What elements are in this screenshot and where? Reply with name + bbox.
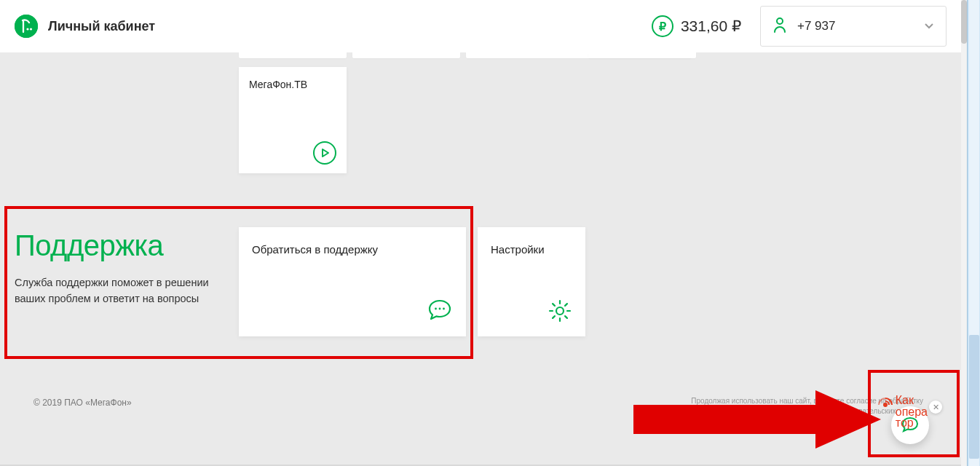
gear-icon bbox=[548, 299, 572, 326]
chat-bubble-icon bbox=[427, 297, 453, 326]
chat-widget-button[interactable] bbox=[891, 406, 929, 444]
card-contact-support[interactable]: Обратиться в поддержку bbox=[239, 227, 466, 336]
svg-point-5 bbox=[439, 308, 441, 310]
card-title: Настройки bbox=[491, 243, 572, 256]
card-stub bbox=[352, 52, 460, 58]
card-stub bbox=[239, 52, 347, 58]
card-megafon-tv[interactable]: МегаФон.ТВ bbox=[239, 67, 347, 173]
card-stub bbox=[588, 52, 696, 58]
balance-display[interactable]: ₽ 331,60 ₽ bbox=[652, 15, 741, 37]
chat-widget-close[interactable]: ✕ bbox=[929, 400, 942, 414]
page: Личный кабинет ₽ 331,60 ₽ +7 937 bbox=[0, 0, 967, 466]
page-scroll-thumb[interactable] bbox=[961, 0, 967, 44]
svg-point-6 bbox=[443, 308, 445, 310]
chevron-down-icon bbox=[924, 20, 934, 33]
ruble-icon: ₽ bbox=[652, 15, 673, 37]
os-scroll-thumb[interactable] bbox=[969, 335, 979, 459]
svg-rect-8 bbox=[633, 405, 815, 434]
card-title: МегаФон.ТВ bbox=[249, 79, 336, 90]
play-icon bbox=[313, 141, 336, 165]
account-selector[interactable]: +7 937 bbox=[760, 6, 947, 47]
page-scrollbar[interactable] bbox=[961, 0, 967, 466]
os-scrollbar[interactable] bbox=[967, 0, 980, 466]
card-settings[interactable]: Настройки bbox=[478, 227, 585, 336]
svg-point-4 bbox=[435, 308, 437, 310]
svg-point-3 bbox=[777, 18, 783, 24]
balance-amount: 331,60 ₽ bbox=[681, 17, 741, 35]
account-phone: +7 937 bbox=[797, 19, 914, 33]
megafon-logo-icon bbox=[15, 15, 38, 38]
svg-point-1 bbox=[26, 28, 28, 30]
footer-copyright: © 2019 ПАО «МегаФон» bbox=[33, 398, 132, 408]
header: Личный кабинет ₽ 331,60 ₽ +7 937 bbox=[0, 0, 961, 52]
page-title: Личный кабинет bbox=[48, 19, 155, 34]
annotation-arrow bbox=[633, 390, 881, 451]
svg-point-0 bbox=[15, 15, 38, 38]
card-title: Обратиться в поддержку bbox=[252, 243, 453, 256]
user-icon bbox=[772, 17, 787, 36]
card-row-cutoff bbox=[239, 52, 692, 58]
support-description: Служба поддержки поможет в решении ваших… bbox=[15, 275, 233, 307]
support-heading: Поддержка bbox=[15, 229, 163, 262]
svg-point-7 bbox=[556, 307, 564, 315]
svg-point-2 bbox=[30, 28, 32, 30]
